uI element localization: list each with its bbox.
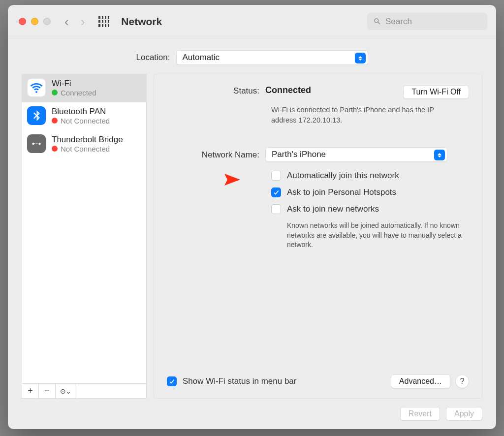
main-area: Wi-Fi Connected Bluetooth PAN Not Connec… [8, 74, 496, 399]
hotspots-checkbox[interactable] [271, 187, 281, 197]
chevron-updown-icon [434, 150, 445, 160]
svg-point-1 [38, 143, 40, 145]
add-service-button[interactable]: + [22, 384, 39, 398]
thunderbolt-icon [27, 134, 46, 153]
network-name-value: Parth's iPhone [272, 150, 326, 159]
close-window-button[interactable] [19, 18, 26, 25]
service-name: Bluetooth PAN [52, 107, 110, 117]
advanced-button[interactable]: Advanced… [391, 374, 450, 388]
location-select[interactable]: Automatic [176, 50, 368, 65]
service-name: Thunderbolt Bridge [52, 135, 123, 145]
zoom-window-button [43, 18, 51, 25]
service-item-wifi[interactable]: Wi-Fi Connected [22, 74, 146, 102]
apply-button[interactable]: Apply [446, 407, 482, 421]
status-description: Wi-Fi is connected to Parth's iPhone and… [271, 105, 458, 125]
network-preferences-window: ‹ › Network Search Location: Automatic [8, 5, 496, 429]
forward-button: › [81, 15, 85, 28]
search-placeholder: Search [385, 17, 412, 27]
auto-join-checkbox[interactable] [271, 171, 281, 181]
hotspots-label: Ask to join Personal Hotspots [287, 187, 396, 197]
service-name: Wi-Fi [52, 79, 96, 89]
svg-point-0 [32, 143, 34, 145]
location-value: Automatic [183, 53, 220, 62]
service-list[interactable]: Wi-Fi Connected Bluetooth PAN Not Connec… [22, 74, 147, 384]
new-networks-description: Known networks will be joined automatica… [287, 221, 469, 250]
show-menubar-checkbox[interactable] [167, 376, 177, 386]
location-row: Location: Automatic [8, 38, 496, 74]
show-all-icon[interactable] [98, 16, 109, 27]
sidebar: Wi-Fi Connected Bluetooth PAN Not Connec… [22, 74, 147, 399]
location-label: Location: [136, 53, 170, 62]
detail-panel: Status: Connected Turn Wi-Fi Off Wi-Fi i… [154, 74, 482, 399]
back-button[interactable]: ‹ [64, 15, 69, 28]
minimize-window-button[interactable] [31, 18, 38, 25]
wifi-icon [27, 78, 46, 97]
nav-arrows: ‹ › [64, 15, 85, 28]
window-title: Network [121, 16, 162, 28]
new-networks-checkbox[interactable] [271, 204, 281, 214]
network-name-label: Network Name: [167, 149, 265, 160]
chevron-updown-icon [355, 53, 366, 63]
remove-service-button[interactable]: − [39, 384, 56, 398]
status-value: Connected [265, 85, 311, 95]
window-controls [19, 18, 51, 25]
status-dot-icon [52, 118, 58, 124]
sidebar-toolbar: + − ⊙⌄ [22, 384, 147, 399]
network-name-select[interactable]: Parth's iPhone [265, 147, 447, 162]
footer: Revert Apply [8, 399, 496, 429]
revert-button[interactable]: Revert [400, 407, 440, 421]
show-menubar-label: Show Wi-Fi status in menu bar [183, 376, 296, 386]
wifi-toggle-button[interactable]: Turn Wi-Fi Off [403, 85, 469, 99]
search-input[interactable]: Search [367, 13, 487, 30]
search-icon [373, 17, 381, 26]
auto-join-label: Automatically join this network [287, 171, 399, 181]
service-actions-menu[interactable]: ⊙⌄ [56, 384, 75, 398]
status-dot-icon [52, 146, 58, 152]
service-item-thunderbolt[interactable]: Thunderbolt Bridge Not Connected [22, 130, 146, 158]
new-networks-label: Ask to join new networks [287, 204, 379, 214]
status-label: Status: [167, 85, 265, 96]
help-button[interactable]: ? [455, 374, 469, 388]
service-item-bluetooth[interactable]: Bluetooth PAN Not Connected [22, 102, 146, 130]
titlebar: ‹ › Network Search [8, 5, 496, 38]
bluetooth-icon [27, 106, 46, 125]
status-dot-icon [52, 90, 58, 95]
